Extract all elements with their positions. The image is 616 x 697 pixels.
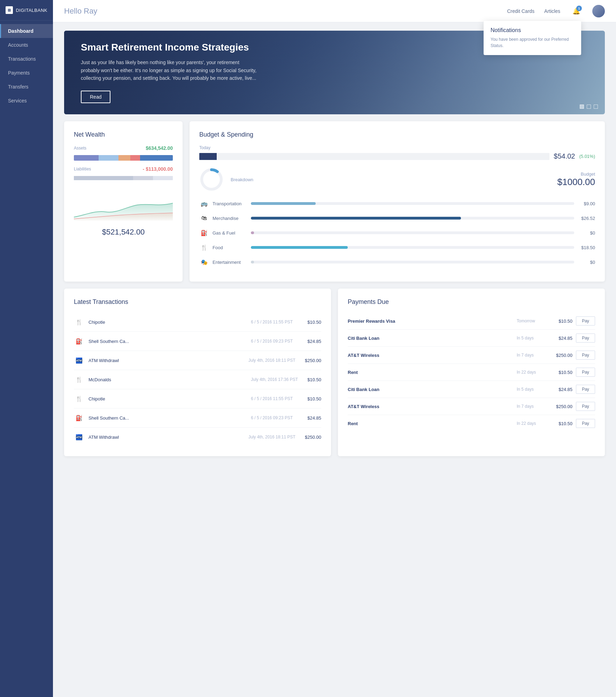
txn-name-1: Shell Southern Ca... [88,339,247,344]
sidebar-item-dashboard[interactable]: Dashboard [0,24,53,38]
assets-bar-seg-5 [140,155,173,161]
category-transportation: 🚌 Transportation $9.00 [199,199,595,208]
bottom-row: Latest Transactions 🍴 Chipotle 6 / 5 / 2… [64,289,605,456]
gas-bar-fill [251,231,254,234]
food-txn-icon-3: 🍴 [74,393,84,404]
assets-value: $634,542.00 [146,145,173,151]
sidebar-item-transactions[interactable]: Transactions [0,52,53,66]
txn-name-0: Chipotle [88,320,247,325]
liabilities-label: Liabilities [74,167,91,171]
sidebar-item-transfers[interactable]: Transfers [0,80,53,94]
header-nav: Credit Cards Articles 🔔 1 [507,5,605,17]
budget-total-section: Budget $1000.00 [557,171,595,187]
notification-badge: 1 [576,6,582,11]
today-pct: (5.01%) [579,154,595,159]
pmt-amount-1: $24.85 [548,336,572,341]
pay-button-4[interactable]: Pay [576,385,595,394]
notification-button[interactable]: 🔔 1 [570,5,583,17]
list-item: Citi Bank Loan In 5 days $24.85 Pay [348,330,595,347]
liabilities-bar-fill [74,176,133,180]
txn-name-3: McDonalds [88,377,247,382]
avatar[interactable] [592,5,605,17]
table-row: 🍴 McDonalds July 4th, 2016 17:36 PST $10… [74,370,321,389]
category-merchandise: 🛍 Merchandise $26.52 [199,213,595,223]
donut-chart [199,167,224,192]
net-wealth-card: Net Wealth Assets $634,542.00 Liabilitie… [64,121,183,282]
articles-link[interactable]: Articles [544,8,560,14]
pay-button-3[interactable]: Pay [576,368,595,377]
notification-title: Notifications [491,27,574,33]
hero-pagination [580,105,598,109]
txn-name-2: ATM Withdrawl [88,358,244,363]
liabilities-bar [74,176,173,180]
net-wealth-total: $521,542.00 [74,228,173,237]
pay-button-6[interactable]: Pay [576,419,595,428]
hero-dot-2[interactable] [587,105,591,109]
txn-amount-1: $24.85 [307,339,321,344]
net-wealth-title: Net Wealth [74,131,173,138]
pay-button-1[interactable]: Pay [576,334,595,343]
notification-dropdown: Notifications You have been approved for… [484,21,581,55]
txn-date-5: 6 / 5 / 2016 09:23 PST [251,415,303,420]
food-icon: 🍴 [199,243,209,252]
pmt-name-5: AT&T Wireless [348,404,513,409]
budget-donut [199,167,224,192]
pay-button-5[interactable]: Pay [576,402,595,411]
entertainment-label: Entertainment [213,260,247,265]
gas-bar [251,231,574,234]
pay-button-0[interactable]: Pay [576,316,595,325]
liabilities-value: - $113,000.00 [143,166,173,172]
sidebar-item-services[interactable]: Services [0,94,53,108]
gas-icon: ⛽ [199,228,209,238]
transportation-bar [251,202,574,205]
hero-read-button[interactable]: Read [81,91,110,103]
food-txn-icon-2: 🍴 [74,374,84,385]
today-bar-row: $54.02 (5.01%) [199,152,595,160]
assets-bar [74,155,173,161]
pmt-name-3: Rent [348,370,513,375]
logo-icon: ⊞ [6,6,13,14]
food-label: Food [213,245,247,250]
txn-name-4: Chipotle [88,396,247,401]
table-row: 🍴 Chipotle 6 / 5 / 2016 11:55 PST $10.50 [74,389,321,408]
assets-bar-seg-2 [99,155,118,161]
entertainment-bar-fill [251,261,254,263]
list-item: AT&T Wireless In 7 days $250.00 Pay [348,398,595,415]
txn-amount-6: $250.00 [305,435,321,440]
pmt-name-6: Rent [348,421,513,426]
sparkline-chart [74,193,173,221]
sidebar-item-accounts[interactable]: Accounts [0,38,53,52]
transportation-label: Transportation [213,201,247,206]
gas-label: Gas & Fuel [213,230,247,236]
entertainment-amount: $0 [578,260,595,265]
pmt-name-2: AT&T Wireless [348,353,513,358]
list-item: Rent In 22 days $10.50 Pay [348,415,595,432]
txn-date-0: 6 / 5 / 2016 11:55 PST [251,320,303,324]
list-item: Rent In 22 days $10.50 Pay [348,364,595,381]
list-item: Premier Rewards Visa Tomorrow $10.50 Pay [348,313,595,330]
pmt-due-2: In 7 days [517,353,545,358]
budget-today-label: Today [199,145,595,150]
hero-dot-3[interactable] [594,105,598,109]
gas-txn-icon-2: ⛽ [74,413,84,423]
merchandise-label: Merchandise [213,216,247,221]
merchandise-bar-fill [251,217,461,220]
pmt-amount-5: $250.00 [548,404,572,409]
txn-date-3: July 4th, 2016 17:36 PST [251,377,303,382]
credit-cards-link[interactable]: Credit Cards [507,8,535,14]
txn-amount-4: $10.50 [307,396,321,401]
txn-date-2: July 4th, 2016 18:11 PST [248,358,301,363]
transportation-amount: $9.00 [578,201,595,206]
food-bar-fill [251,246,348,249]
category-entertainment: 🎭 Entertainment $0 [199,257,595,267]
pay-button-2[interactable]: Pay [576,351,595,360]
pmt-due-6: In 22 days [517,421,545,426]
hero-dot-1[interactable] [580,105,584,109]
atm-txn-icon: 🏧 [74,355,84,366]
sidebar-item-payments[interactable]: Payments [0,66,53,80]
pmt-due-0: Tomorrow [517,319,545,323]
today-amount: $54.02 [554,152,575,160]
avatar-image [592,5,605,17]
pmt-due-1: In 5 days [517,336,545,340]
txn-amount-5: $24.85 [307,415,321,421]
